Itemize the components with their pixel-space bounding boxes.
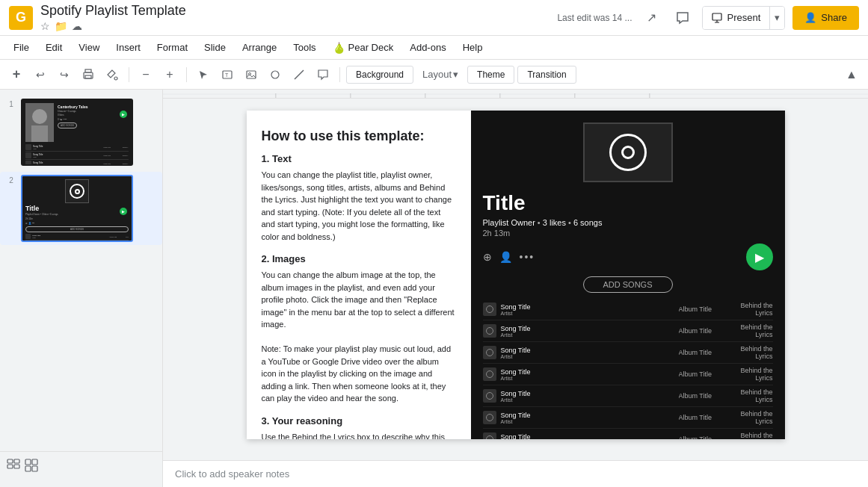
- slide-instructions-panel: How to use this template: 1. Text You ca…: [247, 111, 471, 439]
- toolbar-shapes-button[interactable]: [265, 64, 286, 85]
- editor-area: | | | | | | How to use this template: 1.…: [163, 90, 868, 487]
- section-1-title: 1. Text: [262, 153, 456, 164]
- toolbar-paint-button[interactable]: [102, 64, 123, 85]
- spotify-more-icon[interactable]: •••: [520, 251, 535, 263]
- toolbar-zoom-out-button[interactable]: −: [135, 64, 156, 85]
- song-thumb-icon-3: [486, 349, 493, 356]
- song-album-1: Album Title: [679, 305, 724, 313]
- cloud-icon[interactable]: ☁: [72, 20, 82, 32]
- menu-help[interactable]: Help: [455, 39, 490, 56]
- spotify-play-button[interactable]: ▶: [746, 244, 773, 270]
- share-button[interactable]: 👤 Share: [792, 6, 859, 30]
- spotify-panel: Title Playlist Owner • 3 likes • 6 songs…: [471, 111, 785, 439]
- spotify-songs-count: 6 songs: [573, 218, 603, 227]
- trends-icon-button[interactable]: ↗: [639, 6, 663, 30]
- svg-text:|: |: [275, 93, 277, 99]
- song-lyrics-7: Behind the Lyrics: [728, 432, 773, 439]
- svg-line-12: [295, 70, 304, 79]
- song-artist-1: Artist: [501, 311, 674, 316]
- doc-title[interactable]: Spotify Playlist Template: [40, 3, 550, 19]
- menu-addons[interactable]: Add-ons: [402, 39, 453, 56]
- song-lyrics-1: Behind the Lyrics: [728, 302, 773, 317]
- menu-slide[interactable]: Slide: [197, 39, 233, 56]
- toolbar-redo-button[interactable]: ↪: [54, 64, 75, 85]
- svg-point-14: [32, 109, 47, 124]
- title-icons: ☆ 📁 ☁: [40, 20, 550, 32]
- toolbar-line-button[interactable]: [289, 64, 310, 85]
- filmstrip-view-button[interactable]: [6, 458, 21, 475]
- background-button[interactable]: Background: [346, 66, 413, 84]
- cursor-icon: [198, 69, 209, 80]
- menu-tools[interactable]: Tools: [286, 39, 323, 56]
- menu-insert[interactable]: Insert: [108, 39, 148, 56]
- dropdown-icon: ▾: [775, 12, 780, 23]
- song-album-5: Album Title: [679, 392, 724, 400]
- spotify-album-icon: [609, 134, 647, 171]
- song-thumb-icon-7: [486, 435, 493, 439]
- toolbar-textbox-button[interactable]: T: [217, 64, 238, 85]
- song-thumb-2: [483, 324, 496, 338]
- svg-rect-4: [85, 69, 91, 72]
- slide-2-number: 2: [6, 175, 16, 184]
- collapse-toolbar-button[interactable]: ▲: [841, 64, 862, 85]
- spotify-profile-icon[interactable]: 👤: [499, 251, 512, 263]
- comment-icon: [676, 11, 689, 25]
- section-3-body: Use the Behind the Lyrics box to describ…: [262, 431, 456, 440]
- svg-rect-22: [25, 466, 31, 471]
- svg-text:|: |: [649, 93, 650, 99]
- present-label: Present: [727, 12, 760, 23]
- toolbar-image-button[interactable]: [241, 64, 262, 85]
- background-label: Background: [356, 69, 404, 80]
- present-dropdown-button[interactable]: ▾: [769, 6, 784, 30]
- transition-button[interactable]: Transition: [517, 66, 576, 84]
- song-album-6: Album Title: [679, 414, 724, 421]
- song-title-2: Song Title: [501, 325, 674, 332]
- svg-rect-0: [712, 13, 721, 20]
- svg-text:|: |: [574, 93, 576, 99]
- spotify-add-songs-button[interactable]: ADD SONGS: [583, 276, 673, 293]
- menu-edit[interactable]: Edit: [38, 39, 70, 56]
- toolbar-zoom-in-button[interactable]: +: [159, 64, 180, 85]
- menu-pear-deck[interactable]: 🍐 Pear Deck: [325, 39, 401, 57]
- slide-item-1[interactable]: 1 Canterbury Tales: [0, 96, 162, 169]
- spotify-playlist-title[interactable]: Title: [483, 191, 773, 215]
- toolbar-divider-2: [186, 67, 187, 82]
- spotify-album-area: [483, 122, 773, 182]
- svg-text:T: T: [225, 72, 229, 78]
- toolbar-divider-1: [129, 67, 129, 82]
- song-info-4: Song Title Artist: [501, 368, 674, 381]
- toolbar-cursor-button[interactable]: [193, 64, 214, 85]
- slide-canvas-wrapper[interactable]: | | | | | | How to use this template: 1.…: [163, 90, 868, 460]
- spotify-song-list: Song Title Artist Album Title Behind the…: [483, 299, 773, 439]
- present-button[interactable]: Present: [703, 6, 769, 30]
- grid-view-button[interactable]: [24, 458, 39, 475]
- paint-icon: [106, 69, 118, 81]
- slide-1-thumbnail: Canterbury Tales Chaucer • 5 songs 0 lik…: [21, 99, 133, 166]
- song-title-6: Song Title: [501, 412, 674, 419]
- last-edit-text[interactable]: Last edit was 14 ...: [557, 13, 632, 23]
- toolbar-undo-button[interactable]: ↩: [30, 64, 51, 85]
- star-icon[interactable]: ☆: [40, 20, 50, 32]
- menu-arrange[interactable]: Arrange: [235, 39, 284, 56]
- slide-canvas[interactable]: How to use this template: 1. Text You ca…: [247, 111, 785, 439]
- song-thumb-1: [483, 303, 496, 316]
- svg-rect-18: [7, 465, 13, 468]
- svg-point-6: [114, 77, 117, 80]
- svg-text:|: |: [425, 93, 426, 99]
- theme-button[interactable]: Theme: [467, 66, 514, 84]
- spotify-add-icon[interactable]: ⊕: [483, 251, 492, 263]
- layout-button[interactable]: Layout ▾: [416, 66, 464, 83]
- menu-view[interactable]: View: [71, 39, 107, 56]
- song-artist-5: Artist: [501, 397, 674, 403]
- comment-icon-button[interactable]: [671, 6, 695, 30]
- menu-format[interactable]: Format: [150, 39, 195, 56]
- section-reasoning: 3. Your reasoning Use the Behind the Lyr…: [262, 415, 456, 440]
- slide-item-2[interactable]: 2 Title Playlist Owner • 3 likes • 6 son…: [0, 172, 162, 245]
- transition-label: Transition: [527, 69, 566, 80]
- speaker-notes-bar[interactable]: Click to add speaker notes: [163, 460, 868, 487]
- toolbar-comment-button[interactable]: [313, 64, 333, 85]
- toolbar-add-button[interactable]: +: [6, 64, 27, 85]
- folder-icon[interactable]: 📁: [55, 20, 67, 32]
- menu-file[interactable]: File: [6, 39, 37, 56]
- toolbar-print-button[interactable]: [78, 64, 99, 85]
